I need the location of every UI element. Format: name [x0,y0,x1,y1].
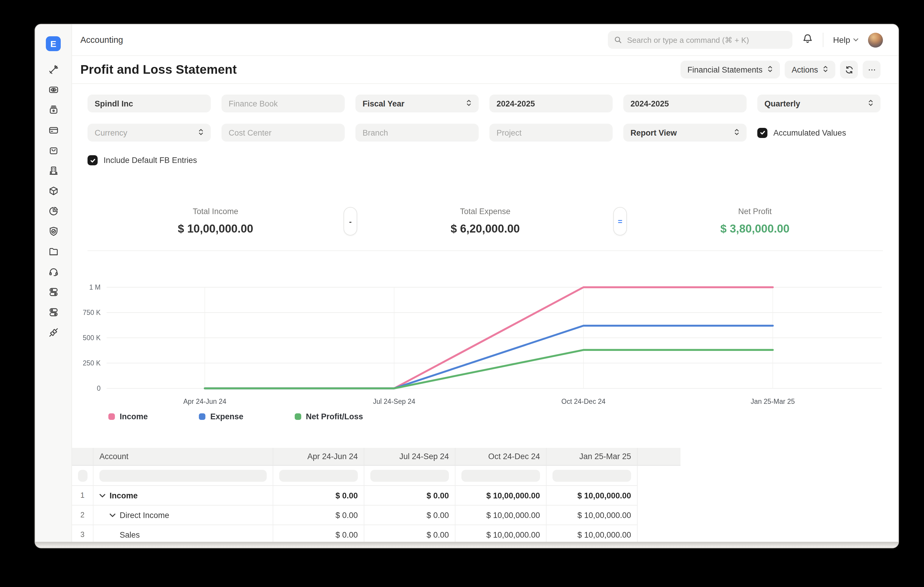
chevron-down-icon[interactable] [109,513,116,517]
page-title: Profit and Loss Statement [80,62,237,77]
chevron-down-icon[interactable] [99,493,106,498]
sidebar-item-customization[interactable] [48,307,59,317]
row-number: 1 [72,486,94,505]
switches-icon [48,287,59,298]
q3-column-header[interactable]: Oct 24-Dec 24 [455,448,546,466]
accumulated-values-label: Accumulated Values [773,128,846,137]
shield-check-icon [48,226,59,237]
amount-cell: $ 0.00 [365,505,455,525]
from-fiscal-year-filter[interactable] [489,95,613,112]
report-view-select[interactable]: Report View [623,124,747,141]
amount-cell: $ 10,00,000.00 [546,505,638,525]
amount-cell: $ 0.00 [273,486,365,505]
expense-legend-label: Expense [210,412,244,421]
check-icon [759,130,766,136]
report-view-value: Report View [630,128,677,137]
project-filter[interactable] [489,124,613,141]
amount-cell: $ 0.00 [365,486,455,505]
building-icon [48,165,59,176]
check-icon [90,157,96,163]
horizontal-scrollbar[interactable] [35,542,898,548]
sidebar-item-settings[interactable] [48,287,59,298]
cost-center-filter[interactable] [221,124,345,141]
q2-filter-input[interactable] [370,470,449,482]
net-profit-legend-swatch [295,413,301,420]
sidebar-item-organization[interactable] [48,165,59,176]
q4-filter-input[interactable] [553,470,631,482]
table-row: 1 Income $ 0.00 $ 0.00 $ 10,00,000.00 $ … [72,486,680,505]
sidebar-item-integrations[interactable] [48,327,59,338]
total-income-value: $ 10,00,000.00 [87,222,343,235]
refresh-icon [845,65,853,74]
actions-label: Actions [792,65,818,74]
sidebar-item-cash-register[interactable] [48,105,59,115]
account-cell-direct-income[interactable]: Direct Income [94,505,273,525]
company-filter[interactable] [87,95,211,112]
report-group-dropdown[interactable]: Financial Statements [680,61,780,79]
sidebar-item-payments[interactable] [48,84,59,95]
svg-text:Jan 25-Mar 25: Jan 25-Mar 25 [751,398,795,405]
summary-net-profit-value: $ 3,80,000.00 [627,222,883,235]
q2-column-header[interactable]: Jul 24-Sep 24 [365,448,455,466]
app-logo[interactable]: E [46,36,61,51]
account-name: Sales [120,530,140,539]
notifications-button[interactable] [802,33,813,47]
account-filter-input[interactable] [99,470,267,482]
credit-card-icon [48,125,59,136]
currency-select[interactable]: Currency [87,124,211,141]
sidebar-item-tools[interactable] [48,64,59,75]
sidebar-item-analytics[interactable] [48,206,59,217]
chevron-up-down-icon [823,64,828,75]
pie-chart-icon [48,206,59,217]
to-fiscal-year-filter[interactable] [623,95,747,112]
actions-dropdown[interactable]: Actions [784,61,835,79]
legend-item-net-profit-loss: Net Profit/Loss [295,412,363,421]
account-column-header[interactable]: Account [94,448,273,466]
spacer-column-header [638,448,680,466]
sidebar-item-selling[interactable] [48,145,59,156]
report-table: Account Apr 24-Jun 24 Jul 24-Sep 24 Oct … [72,448,680,545]
accumulated-values-checkbox[interactable] [757,128,767,138]
account-name: Income [109,491,138,500]
sidebar-item-support[interactable] [48,266,59,277]
q4-column-header[interactable]: Jan 25-Mar 25 [546,448,638,466]
net-profit-label: Net Profit [627,207,883,216]
package-icon [48,186,59,196]
sidebar-item-projects[interactable] [48,246,59,257]
periodicity-value: Quarterly [764,99,800,108]
period-basis-select[interactable]: Fiscal Year [355,95,478,112]
sidebar-item-stock[interactable] [48,186,59,196]
chevron-down-icon [853,38,858,42]
total-expense-label: Total Expense [357,207,613,216]
chevron-up-down-icon [198,128,204,138]
chart-legend: Income Expense Net Profit/Loss [108,412,898,421]
sidebar-item-billing[interactable] [48,125,59,136]
svg-text:Oct 24-Dec 24: Oct 24-Dec 24 [561,398,606,405]
include-default-fb-entries-checkbox[interactable] [87,155,97,165]
row-filter-input[interactable] [78,470,87,482]
branch-filter[interactable] [355,124,478,141]
help-menu[interactable]: Help [833,35,858,44]
q1-filter-input[interactable] [279,470,358,482]
total-expense-value: $ 6,20,000.00 [357,222,613,235]
account-cell-income[interactable]: Income [94,486,273,505]
total-income-label: Total Income [87,207,343,216]
app-window: E Accounting [35,24,899,548]
finance-book-filter[interactable] [221,95,345,112]
desktop-background: E Accounting [0,0,924,587]
ellipsis-icon [867,65,876,74]
search-input[interactable] [627,35,787,44]
global-search[interactable] [608,31,792,49]
periodicity-select[interactable]: Quarterly [757,95,881,112]
sidebar-item-quality[interactable] [48,226,59,237]
user-avatar[interactable] [868,33,883,47]
q1-column-header[interactable]: Apr 24-Jun 24 [273,448,365,466]
refresh-button[interactable] [840,61,858,79]
more-menu-button[interactable] [863,61,881,79]
svg-text:Jul 24-Sep 24: Jul 24-Sep 24 [373,398,415,405]
table-filter-row [72,466,680,486]
q3-filter-input[interactable] [461,470,540,482]
currency-value: Currency [95,128,127,137]
expense-legend-swatch [199,413,206,420]
money-bill-icon [48,84,59,95]
